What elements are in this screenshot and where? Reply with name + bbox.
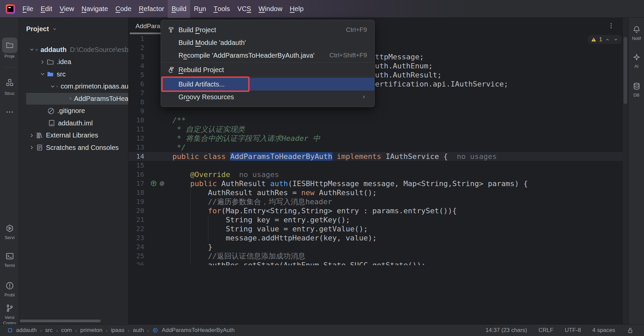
- tree-item-com-primeton-ipaas-au[interactable]: com.primeton.ipaas.au: [19, 80, 128, 93]
- breadcrumb-item[interactable]: primeton: [80, 327, 102, 334]
- menu-separator: [161, 62, 374, 63]
- sidebar-item-more[interactable]: [0, 104, 19, 120]
- gutter-icons-line-17[interactable]: @: [150, 180, 166, 187]
- menu-run[interactable]: Run: [190, 0, 210, 18]
- inlay-hint: no usages: [448, 152, 497, 161]
- menu-item-build-project[interactable]: Build ProjectCtrl+F9: [161, 23, 374, 36]
- caret-position[interactable]: 14:37 (23 chars): [486, 327, 527, 334]
- menu-tools[interactable]: Tools: [210, 0, 234, 18]
- chevron-right-icon: [28, 132, 36, 139]
- editor-tab[interactable]: AddPara: [136, 18, 160, 34]
- code-token: String key = entry.getKey();: [172, 216, 350, 224]
- override-up-icon: [150, 180, 157, 187]
- line-number: 24: [128, 242, 144, 251]
- menu-item-recompile-addparamstoheaderbyauth-java[interactable]: Recompile 'AddParamsToHeaderByAuth.java'…: [161, 49, 374, 62]
- menu-item-groovy-resources[interactable]: Groovy Resources: [161, 91, 374, 103]
- breadcrumb-separator: ›: [147, 328, 149, 333]
- line-number: 10: [128, 116, 144, 125]
- menu-navigate[interactable]: Navigate: [78, 0, 112, 18]
- line-number: 14: [128, 152, 144, 161]
- sidebar-item-label: Versi: [0, 315, 19, 320]
- sidebar-item-notifications[interactable]: Notif: [629, 24, 644, 41]
- tree-item-addauth-iml[interactable]: addauth.iml: [19, 117, 128, 129]
- menu-item-build-module-addauth[interactable]: Build Module 'addauth': [161, 36, 374, 49]
- menu-item-icon-slot: [167, 39, 175, 47]
- svg-text:C: C: [154, 329, 157, 332]
- horizontal-scrollbar[interactable]: [20, 320, 101, 322]
- sidebar-item-terminal[interactable]: Termi: [0, 250, 19, 268]
- sidebar-item-structure[interactable]: Struc: [0, 75, 19, 96]
- tree-item--gitignore[interactable]: .gitignore: [19, 105, 128, 117]
- build-menu-popup: Build ProjectCtrl+F9Build Module 'addaut…: [161, 20, 375, 107]
- chevron-up-icon[interactable]: [604, 37, 610, 43]
- sidebar-item-version-control[interactable]: VersiContro: [0, 302, 19, 326]
- code-token: AuthResult authRes =: [172, 188, 301, 197]
- code-line-12: * 将集合中的认证字段写入请求Header 中: [172, 134, 320, 143]
- menu-code[interactable]: Code: [112, 0, 135, 18]
- editor-options-kebab-icon[interactable]: [607, 22, 615, 30]
- code-token: public: [172, 152, 199, 161]
- menu-window[interactable]: Window: [255, 0, 286, 18]
- code-line-22: String value = entry.getValue();: [172, 224, 368, 233]
- menu-item-label: Build Module 'addauth': [178, 39, 367, 47]
- code-token: [226, 152, 230, 161]
- notifications-icon: [629, 24, 644, 35]
- tree-item-label: .gitignore: [57, 107, 85, 115]
- sidebar-item-database[interactable]: DB: [629, 80, 644, 98]
- line-number: 16: [128, 170, 144, 179]
- chevron-down-icon[interactable]: [613, 37, 619, 43]
- unlock-icon[interactable]: [627, 327, 634, 334]
- project-panel-header[interactable]: Project: [26, 25, 58, 33]
- tree-item--idea[interactable]: .idea: [19, 56, 128, 68]
- code-token: auth: [270, 179, 288, 188]
- menu-view[interactable]: View: [56, 0, 78, 18]
- line-separator[interactable]: CRLF: [538, 327, 553, 334]
- status-right: 14:37 (23 chars) CRLF UTF-8 4 spaces: [486, 327, 634, 334]
- sidebar-item-project[interactable]: Proje: [0, 38, 19, 59]
- menu-item-rebuild-project[interactable]: Rebuild Project: [161, 63, 374, 76]
- breadcrumb-item[interactable]: addauth: [16, 327, 37, 334]
- line-number: 23: [128, 233, 144, 242]
- sidebar-item-services[interactable]: Servi: [0, 222, 19, 240]
- indent-style[interactable]: 4 spaces: [592, 327, 615, 334]
- line-number: 13: [128, 143, 144, 152]
- breadcrumb-item[interactable]: AddParamsToHeaderByAuth: [162, 327, 234, 334]
- line-number: 21: [128, 215, 144, 224]
- menu-item-label: Rebuild Project: [178, 66, 367, 74]
- sidebar-item-ai-assistant[interactable]: AI: [629, 52, 644, 69]
- menu-file[interactable]: File: [19, 0, 37, 18]
- breadcrumb-item[interactable]: auth: [133, 327, 144, 334]
- breadcrumb-separator: ›: [128, 328, 129, 333]
- code-line-13: */: [172, 143, 186, 152]
- tree-item-addauth[interactable]: addauthD:\CodeSource\esb: [19, 44, 128, 56]
- menu-edit[interactable]: Edit: [37, 0, 56, 18]
- menu-item-shortcut: Ctrl+Shift+F9: [329, 52, 367, 59]
- module-icon: [36, 46, 38, 54]
- breadcrumb-item[interactable]: ipaas: [111, 327, 124, 334]
- line-number: 9: [128, 107, 144, 116]
- breadcrumb-separator: ›: [106, 328, 107, 333]
- menu-refactor[interactable]: Refactor: [135, 0, 168, 18]
- tree-item-src[interactable]: src: [19, 68, 128, 80]
- code-token: IAuthService {: [381, 152, 448, 161]
- tree-item-external-libraries[interactable]: External Libraries: [19, 129, 128, 142]
- module-icon: [7, 328, 13, 333]
- menu-help[interactable]: Help: [286, 0, 307, 18]
- tree-item-scratches-and-consoles[interactable]: Scratches and Consoles: [19, 142, 128, 154]
- menu-build[interactable]: Build: [168, 0, 190, 18]
- breadcrumb-item[interactable]: com: [61, 327, 72, 334]
- editor-scrollbar-track[interactable]: [623, 18, 628, 324]
- line-number: 4: [128, 61, 144, 70]
- menu-item-build-artifacts[interactable]: Build Artifacts...: [161, 78, 374, 91]
- inspections-widget[interactable]: 1: [588, 35, 622, 44]
- breadcrumb-item[interactable]: src: [45, 327, 53, 334]
- file-encoding[interactable]: UTF-8: [565, 327, 581, 334]
- code-line-23: message.addHttpHeader(key, value);: [172, 233, 377, 242]
- tree-item-addparamstohea[interactable]: CAddParamsToHea: [19, 93, 128, 105]
- tree-item-label: addauth.iml: [58, 119, 93, 127]
- sidebar-item-problems[interactable]: Probl: [0, 280, 19, 297]
- menu-vcs[interactable]: VCS: [234, 0, 255, 18]
- editor-scrollbar-thumb[interactable]: [624, 37, 627, 104]
- project-tool-window: Project addauthD:\CodeSource\esb.ideasrc…: [19, 18, 128, 324]
- code-line-14: public class AddParamsToHeaderByAuth imp…: [172, 152, 497, 161]
